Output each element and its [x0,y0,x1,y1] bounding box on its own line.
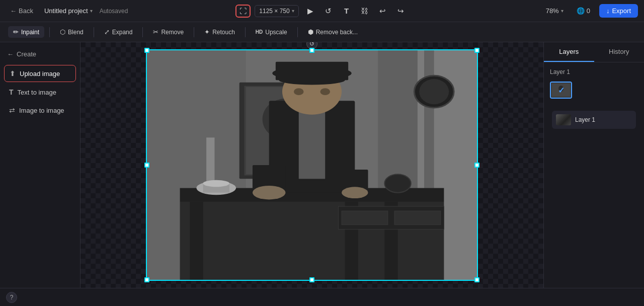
inpaint-label: Inpaint [21,29,39,36]
sidebar-header[interactable]: ← Create [4,48,76,63]
help-button[interactable]: ? [6,292,17,303]
canvas-size-label: 1125 × 750 [259,8,289,15]
back-button[interactable]: ← Back [6,5,37,17]
tab-layers[interactable]: Layers [544,42,594,62]
history-tab-label: History [609,48,629,55]
crop-icon: ⛶ [239,7,247,15]
sidebar-item-upload-image[interactable]: ⬆ Upload image [4,65,76,82]
help-icon: ? [10,294,14,301]
download-icon: ↓ [606,7,610,15]
text-tool-button[interactable]: T [339,4,354,19]
globe-button[interactable]: 🌐 0 [573,5,594,17]
blend-label: Blend [68,29,84,36]
create-label: Create [17,50,36,58]
inpaint-icon: ✏ [13,28,19,36]
right-tabs: Layers History [544,42,644,62]
upscale-tool[interactable]: HD Upscale [251,27,292,38]
globe-icon: 🌐 [577,7,585,15]
topbar-center: ⛶ 1125 × 750 ▾ ▶ ↺ T ⛓ ↩ ↪ [235,4,408,19]
topbar: ← Back Untitled project ▾ Autosaved ⛶ 11… [0,0,644,22]
remove-bg-tool[interactable]: ⬢ Remove back... [303,26,363,38]
layer-preview-label: Layer 1 [550,66,638,78]
layer-item-thumbnail [556,114,571,125]
topbar-left: ← Back Untitled project ▾ Autosaved [6,5,230,17]
back-arrow-icon: ← [7,50,14,58]
bottom-bar: ? [0,288,644,306]
topbar-right: 78% ▾ 🌐 0 ↓ Export [414,4,638,18]
tab-history[interactable]: History [594,42,645,62]
main-content: ← Create ⬆ Upload image T Text to image … [0,42,644,288]
layer-item-name: Layer 1 [575,116,595,123]
back-label: Back [19,7,33,15]
handle-mid-right[interactable] [474,163,479,168]
layer-item[interactable]: Layer 1 [552,111,636,129]
canvas-image-wrapper[interactable]: ↺ [146,49,478,281]
zoom-label: 78% [546,7,559,15]
divider [94,27,94,37]
topbar-tools: ▶ ↺ T ⛓ ↩ ↪ [303,4,409,19]
layer-thumbnail: ✓ [550,82,572,99]
divider [297,27,298,37]
expand-tool[interactable]: ⤢ Expand [99,26,138,38]
crop-tool-button[interactable]: ⛶ [235,5,251,18]
sidebar-item-text-to-image[interactable]: T Text to image [4,84,76,100]
image-to-image-label: Image to image [19,107,64,114]
chevron-down-icon: ▾ [561,8,564,14]
back-icon: ← [10,7,17,15]
export-button[interactable]: ↓ Export [599,4,638,18]
remove-tool[interactable]: ✂ Remove [148,26,189,38]
expand-icon: ⤢ [104,28,110,36]
inpaint-tool[interactable]: ✏ Inpaint [8,26,44,38]
undo-button[interactable]: ↩ [375,4,390,19]
divider [245,27,246,37]
refresh-button[interactable]: ↺ [321,4,336,19]
redo-button[interactable]: ↪ [393,4,409,19]
blend-tool[interactable]: ⬡ Blend [55,26,89,38]
sidebar-item-image-to-image[interactable]: ⇄ Image to image [4,102,76,118]
handle-bottom-right[interactable] [474,277,479,282]
canvas-image [147,50,477,280]
text-icon: T [9,88,14,96]
remove-label: Remove [161,29,184,36]
divider [142,27,143,37]
handle-bottom-left[interactable] [144,277,149,282]
remove-icon: ✂ [153,28,158,36]
divider [49,27,50,37]
svg-rect-45 [147,50,477,280]
canvas-size-control[interactable]: 1125 × 750 ▾ [255,5,298,17]
canvas-area[interactable]: ↺ [80,42,543,288]
upscale-icon: HD [256,29,263,35]
handle-bottom-mid[interactable] [309,277,314,282]
secondary-toolbar: ✏ Inpaint ⬡ Blend ⤢ Expand ✂ Remove ✦ Re… [0,22,644,42]
blend-icon: ⬡ [60,28,65,36]
retouch-tool[interactable]: ✦ Retouch [199,26,240,38]
export-label: Export [612,7,631,15]
layer-preview-section: Layer 1 ✓ [544,62,644,103]
left-sidebar: ← Create ⬆ Upload image T Text to image … [0,42,80,288]
handle-top-mid[interactable] [309,48,314,53]
globe-count: 0 [587,7,590,15]
expand-label: Expand [112,29,133,36]
upscale-label: Upscale [265,29,287,36]
upload-image-label: Upload image [20,70,60,78]
handle-mid-left[interactable] [144,163,149,168]
project-name[interactable]: Untitled project ▾ [41,5,96,17]
autosaved-label: Autosaved [100,8,128,15]
chevron-down-icon: ▾ [292,8,294,14]
right-sidebar: Layers History Layer 1 ✓ [543,42,644,288]
zoom-control[interactable]: 78% ▾ [542,5,568,17]
remove-bg-icon: ⬢ [308,28,313,36]
remove-bg-label: Remove back... [316,29,358,36]
handle-top-left[interactable] [144,48,149,53]
handle-top-right[interactable] [474,48,479,53]
retouch-icon: ✦ [204,28,210,36]
layers-tab-label: Layers [559,48,579,55]
link-button[interactable]: ⛓ [357,4,372,19]
play-button[interactable]: ▶ [303,4,318,19]
upload-icon: ⬆ [10,69,16,78]
image-to-image-icon: ⇄ [9,106,15,114]
divider [194,27,194,37]
retouch-label: Retouch [212,29,235,36]
text-to-image-label: Text to image [18,89,56,96]
checkmark-icon: ✓ [558,86,565,95]
